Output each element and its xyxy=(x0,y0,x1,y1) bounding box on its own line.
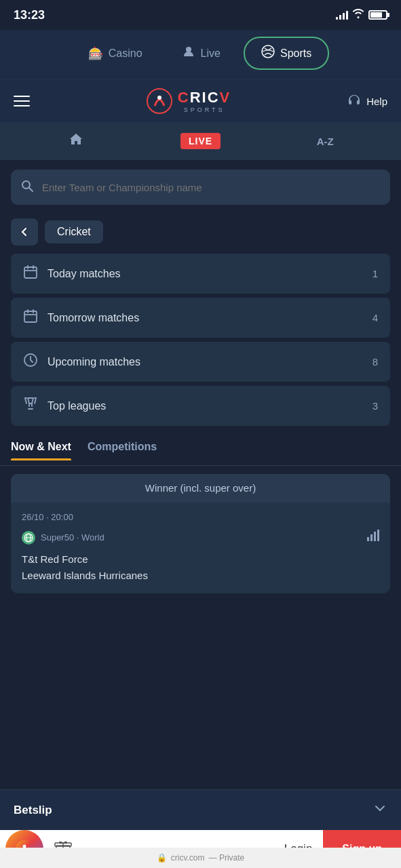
menu-button[interactable] xyxy=(14,96,30,106)
category-upcoming[interactable]: Upcoming matches 8 xyxy=(11,342,390,382)
cricket-filter-tag: Cricket xyxy=(45,220,103,243)
status-time: 13:23 xyxy=(14,8,45,22)
topleagues-label: Top leagues xyxy=(47,400,373,412)
az-button[interactable]: A-Z xyxy=(263,122,387,160)
tomorrow-icon xyxy=(23,309,38,327)
today-icon xyxy=(23,264,38,283)
browser-bar: 🔒 cricv.com — Private xyxy=(0,848,401,868)
home-icon xyxy=(69,132,83,151)
nav-bar: LIVE A-Z xyxy=(0,122,401,160)
status-icons xyxy=(336,9,387,21)
tab-casino[interactable]: 🎰 Casino xyxy=(72,37,159,70)
top-nav: 🎰 Casino Live Sports xyxy=(0,30,401,79)
tomorrow-label: Tomorrow matches xyxy=(47,312,373,324)
betslip-chevron xyxy=(373,801,387,819)
back-button[interactable] xyxy=(11,218,38,245)
tab-live-label: Live xyxy=(201,47,221,60)
betslip-bar[interactable]: Betslip xyxy=(0,789,401,830)
casino-icon: 🎰 xyxy=(88,46,103,61)
match-info: 26/10 · 20:00 Super50 · World xyxy=(11,502,390,593)
svg-rect-21 xyxy=(377,530,379,541)
match-teams: T&t Red Force Leeward Islands Hurricanes xyxy=(22,551,379,584)
signal-icon xyxy=(336,10,348,20)
logo: CRICV SPORTS xyxy=(147,88,231,114)
svg-rect-19 xyxy=(370,534,373,541)
topleagues-icon xyxy=(23,397,38,415)
logo-icon xyxy=(147,88,172,114)
bet-type-header: Winner (incl. super over) xyxy=(11,474,390,502)
league-name: Super50 · World xyxy=(41,532,104,542)
svg-rect-10 xyxy=(24,311,37,322)
status-bar: 13:23 xyxy=(0,0,401,30)
bet-type-text: Winner (incl. super over) xyxy=(145,482,256,494)
headphones-icon xyxy=(347,94,361,109)
help-button[interactable]: Help xyxy=(347,94,387,109)
tab-live[interactable]: Live xyxy=(166,37,237,70)
search-input[interactable] xyxy=(42,182,381,193)
team1: T&t Red Force xyxy=(22,551,379,568)
svg-rect-20 xyxy=(374,532,376,541)
tabs-section: Now & Next Competitions xyxy=(0,429,401,466)
category-list: Today matches 1 Tomorrow matches 4 Upcom… xyxy=(0,254,401,429)
svg-point-0 xyxy=(186,47,191,52)
live-badge: LIVE xyxy=(180,133,221,149)
tomorrow-count: 4 xyxy=(373,312,378,323)
svg-rect-18 xyxy=(367,537,369,541)
svg-point-1 xyxy=(262,45,274,58)
live-icon xyxy=(182,45,195,62)
today-label: Today matches xyxy=(47,268,373,280)
app-header: CRICV SPORTS Help xyxy=(0,79,401,122)
topleagues-count: 3 xyxy=(373,400,378,412)
svg-point-2 xyxy=(147,89,172,113)
category-topleagues[interactable]: Top leagues 3 xyxy=(11,386,390,426)
browser-domain: cricv.com xyxy=(171,853,205,863)
betslip-label: Betslip xyxy=(14,804,52,817)
category-today[interactable]: Today matches 1 xyxy=(11,254,390,294)
battery-icon xyxy=(368,10,387,20)
live-section: LIVE xyxy=(138,122,263,160)
search-icon xyxy=(20,179,34,196)
browser-lock-icon: 🔒 xyxy=(157,853,167,863)
tab-competitions[interactable]: Competitions xyxy=(88,441,157,460)
match-date: 26/10 · 20:00 xyxy=(22,512,379,522)
sports-icon xyxy=(261,45,275,62)
svg-rect-6 xyxy=(24,267,37,278)
team2: Leeward Islands Hurricanes xyxy=(22,568,379,584)
browser-private-label: — Private xyxy=(209,853,245,863)
league-globe-icon xyxy=(22,531,35,545)
upcoming-count: 8 xyxy=(373,356,378,368)
upcoming-label: Upcoming matches xyxy=(47,356,373,368)
wifi-icon xyxy=(352,9,364,21)
az-label: A-Z xyxy=(317,136,334,147)
filter-row: Cricket xyxy=(0,214,401,254)
tab-casino-label: Casino xyxy=(109,47,142,60)
bet-card: Winner (incl. super over) 26/10 · 20:00 … xyxy=(11,474,390,593)
svg-point-3 xyxy=(157,96,161,100)
home-button[interactable] xyxy=(14,122,138,160)
svg-line-5 xyxy=(29,188,33,191)
match-league: Super50 · World xyxy=(22,531,104,545)
upcoming-icon xyxy=(23,353,38,371)
tab-sports[interactable]: Sports xyxy=(244,37,329,70)
tab-now-next[interactable]: Now & Next xyxy=(11,441,71,460)
today-count: 1 xyxy=(373,268,378,279)
match-league-row: Super50 · World xyxy=(22,529,379,546)
tab-sports-label: Sports xyxy=(280,47,311,60)
stats-icon xyxy=(366,529,379,546)
category-tomorrow[interactable]: Tomorrow matches 4 xyxy=(11,298,390,338)
search-bar xyxy=(11,170,390,205)
help-label: Help xyxy=(366,96,387,107)
